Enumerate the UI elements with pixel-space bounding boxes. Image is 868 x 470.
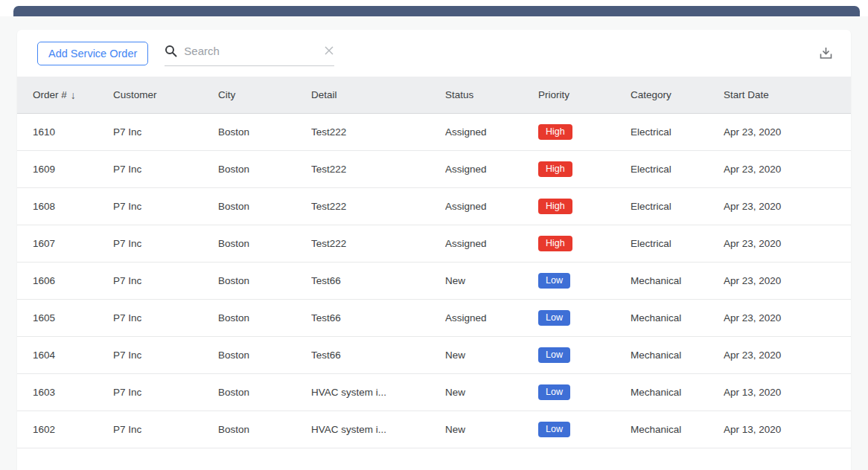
cell-status: New: [445, 387, 538, 398]
table-row[interactable]: 1607 P7 Inc Boston Test222 Assigned High…: [17, 225, 851, 263]
cell-detail: Test66: [311, 275, 445, 286]
download-button[interactable]: [817, 45, 835, 62]
priority-badge: Low: [538, 347, 570, 364]
cell-order: 1610: [33, 126, 113, 138]
cell-customer: P7 Inc: [113, 201, 218, 212]
cell-start-date: Apr 23, 2020: [724, 238, 843, 249]
priority-badge: High: [538, 199, 572, 215]
priority-badge: Low: [538, 422, 570, 438]
cell-status: Assigned: [445, 312, 538, 323]
cell-customer: P7 Inc: [113, 126, 218, 138]
column-header-detail[interactable]: Detail: [311, 89, 445, 100]
cell-status: Assigned: [445, 238, 538, 249]
cell-category: Electrical: [631, 164, 724, 175]
column-header-customer[interactable]: Customer: [113, 89, 218, 100]
column-header-city[interactable]: City: [218, 89, 311, 100]
cell-start-date: Apr 23, 2020: [724, 312, 843, 323]
cell-city: Boston: [218, 126, 311, 138]
priority-badge: High: [538, 124, 572, 141]
cell-detail: HVAC system i...: [311, 387, 445, 398]
cell-order: 1605: [33, 312, 113, 323]
priority-badge: Low: [538, 273, 570, 289]
cell-start-date: Apr 23, 2020: [724, 350, 843, 361]
table-body: 1610 P7 Inc Boston Test222 Assigned High…: [17, 114, 851, 448]
cell-priority: Low: [538, 422, 631, 438]
table-row[interactable]: 1610 P7 Inc Boston Test222 Assigned High…: [17, 114, 851, 151]
cell-order: 1608: [33, 201, 113, 212]
sort-desc-arrow-icon: ↓: [71, 89, 76, 101]
table-row[interactable]: 1609 P7 Inc Boston Test222 Assigned High…: [17, 151, 851, 188]
search-input[interactable]: [184, 45, 324, 57]
column-header-status[interactable]: Status: [445, 89, 538, 100]
column-header-category[interactable]: Category: [631, 89, 724, 100]
cell-priority: Low: [538, 273, 631, 289]
cell-customer: P7 Inc: [113, 164, 218, 175]
cell-detail: Test66: [311, 312, 445, 323]
cell-category: Electrical: [631, 201, 724, 212]
cell-start-date: Apr 23, 2020: [724, 126, 843, 138]
clear-x-icon[interactable]: [324, 45, 334, 56]
cell-start-date: Apr 23, 2020: [724, 164, 843, 175]
cell-city: Boston: [218, 312, 311, 323]
cell-city: Boston: [218, 164, 311, 175]
cell-order: 1609: [33, 164, 113, 175]
cell-detail: HVAC system i...: [311, 424, 445, 435]
column-header-label: Order #: [33, 89, 67, 100]
cell-order: 1602: [33, 424, 113, 435]
table-row[interactable]: 1602 P7 Inc Boston HVAC system i... New …: [17, 411, 851, 448]
cell-order: 1603: [33, 387, 113, 398]
cell-customer: P7 Inc: [113, 238, 218, 249]
cell-city: Boston: [218, 238, 311, 249]
cell-priority: High: [538, 124, 631, 141]
cell-priority: Low: [538, 384, 631, 401]
cell-priority: Low: [538, 310, 631, 326]
cell-customer: P7 Inc: [113, 350, 218, 361]
cell-customer: P7 Inc: [113, 275, 218, 286]
cell-category: Mechanical: [631, 350, 724, 361]
cell-start-date: Apr 23, 2020: [724, 201, 843, 212]
app-header-bar: [13, 6, 860, 16]
cell-category: Electrical: [631, 238, 724, 249]
cell-detail: Test222: [311, 201, 445, 212]
cell-priority: High: [538, 199, 631, 215]
cell-category: Mechanical: [631, 312, 724, 323]
cell-status: New: [445, 275, 538, 286]
table-row[interactable]: 1603 P7 Inc Boston HVAC system i... New …: [17, 374, 851, 411]
column-header-start-date[interactable]: Start Date: [724, 89, 843, 100]
cell-start-date: Apr 23, 2020: [724, 275, 843, 286]
add-service-order-button[interactable]: Add Service Order: [37, 42, 148, 65]
cell-detail: Test222: [311, 126, 445, 138]
cell-city: Boston: [218, 424, 311, 435]
table-row[interactable]: 1608 P7 Inc Boston Test222 Assigned High…: [17, 188, 851, 225]
priority-badge: Low: [538, 310, 570, 326]
download-icon: [819, 46, 833, 60]
cell-city: Boston: [218, 275, 311, 286]
cell-detail: Test66: [311, 350, 445, 361]
cell-category: Mechanical: [631, 275, 724, 286]
toolbar: Add Service Order: [17, 30, 851, 77]
cell-city: Boston: [218, 387, 311, 398]
cell-category: Electrical: [631, 126, 724, 138]
cell-priority: Low: [538, 347, 631, 364]
cell-order: 1607: [33, 238, 113, 249]
cell-status: New: [445, 424, 538, 435]
cell-order: 1604: [33, 350, 113, 361]
table-row[interactable]: 1606 P7 Inc Boston Test66 New Low Mechan…: [17, 263, 851, 300]
cell-category: Mechanical: [631, 387, 724, 398]
search-box[interactable]: [165, 41, 334, 66]
cell-priority: High: [538, 236, 631, 252]
cell-detail: Test222: [311, 238, 445, 249]
table-row[interactable]: 1605 P7 Inc Boston Test66 Assigned Low M…: [17, 300, 851, 337]
service-orders-card: Add Service Order: [17, 30, 851, 470]
cell-city: Boston: [218, 350, 311, 361]
cell-customer: P7 Inc: [113, 312, 218, 323]
table-header-row: Order # ↓ Customer City Detail Status Pr…: [17, 77, 851, 114]
cell-priority: High: [538, 161, 631, 178]
cell-status: Assigned: [445, 126, 538, 138]
priority-badge: High: [538, 161, 572, 178]
column-header-priority[interactable]: Priority: [538, 89, 631, 100]
column-header-order[interactable]: Order # ↓: [33, 89, 113, 101]
search-icon: [165, 45, 177, 57]
table-row[interactable]: 1604 P7 Inc Boston Test66 New Low Mechan…: [17, 337, 851, 374]
cell-order: 1606: [33, 275, 113, 286]
